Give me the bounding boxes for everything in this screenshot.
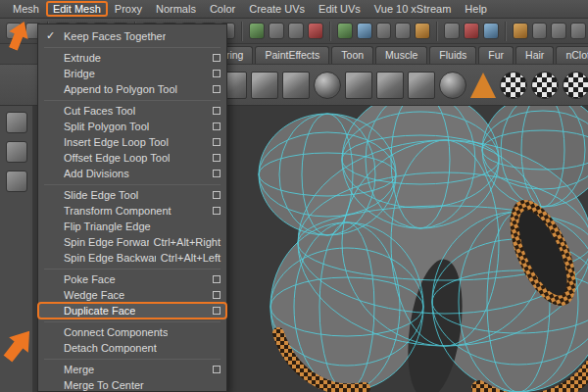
toolbar-icon[interactable] [337, 23, 353, 39]
menu-item-split-polygon-tool[interactable]: Split Polygon Tool [38, 119, 226, 134]
shelf-cube-icon[interactable] [282, 72, 310, 99]
shelf-tab-fluids[interactable]: Fluids [429, 46, 476, 64]
menu-item-label: Append to Polygon Tool [64, 83, 177, 95]
option-box-icon[interactable] [213, 122, 220, 130]
toolbar-icon[interactable] [288, 23, 304, 39]
menu-item-offset-edge-loop-tool[interactable]: Offset Edge Loop Tool [38, 150, 226, 166]
option-box-icon[interactable] [213, 366, 220, 373]
shelf-cube-icon[interactable] [251, 72, 278, 99]
menu-separator [44, 100, 220, 101]
menu-item-label: Duplicate Face [64, 305, 135, 317]
option-box-icon[interactable] [213, 154, 220, 162]
menu-item-label: Spin Edge Forward [64, 236, 149, 248]
menu-item-label: Connect Components [64, 326, 168, 338]
shelf-cube-icon[interactable] [408, 72, 435, 99]
menu-normals[interactable]: Normals [149, 2, 203, 16]
menu-item-extrude[interactable]: Extrude [38, 50, 226, 66]
shelf-sphere-icon[interactable] [439, 72, 466, 99]
option-box-icon[interactable] [213, 138, 220, 146]
tool-cube-icon[interactable] [6, 141, 27, 163]
shelf-cube-icon[interactable] [345, 72, 372, 99]
toolbar-icon[interactable] [269, 23, 284, 39]
toolbar-icon[interactable] [249, 23, 265, 39]
toolbar-icon[interactable] [308, 23, 323, 39]
shelf-tab-painteffects[interactable]: PaintEffects [255, 46, 329, 64]
toolbar-icon[interactable] [483, 23, 499, 39]
menu-item-bridge[interactable]: Bridge [38, 66, 226, 81]
option-box-icon[interactable] [213, 191, 220, 199]
option-box-icon[interactable] [213, 307, 220, 315]
menu-item-label: Bridge [64, 68, 95, 79]
menu-item-keep-faces-together[interactable]: ✓ Keep Faces Together [38, 28, 226, 44]
option-box-icon[interactable] [213, 275, 220, 283]
menu-item-spin-edge-forward[interactable]: Spin Edge Forward Ctrl+Alt+Right [38, 234, 226, 250]
toolbar-icon[interactable] [551, 23, 566, 39]
menu-item-add-divisions[interactable]: Add Divisions [38, 166, 226, 181]
menu-item-duplicate-face[interactable]: Duplicate Face [38, 303, 226, 318]
toolbar-icon[interactable] [532, 23, 548, 39]
menu-mesh[interactable]: Mesh [6, 2, 46, 16]
toolbar-icon[interactable] [570, 23, 586, 39]
option-box-icon[interactable] [213, 85, 220, 93]
shelf-tab-fur[interactable]: Fur [478, 46, 514, 64]
shelf-sphere-icon[interactable] [314, 72, 341, 99]
menu-color[interactable]: Color [203, 2, 242, 16]
shelf-checker-sphere-icon[interactable] [531, 72, 559, 99]
toolbar-icon[interactable] [415, 23, 430, 39]
shelf-tab-muscle[interactable]: Muscle [375, 46, 427, 64]
menu-item-wedge-face[interactable]: Wedge Face [38, 287, 226, 303]
menu-item-flip-triangle-edge[interactable]: Flip Triangle Edge [38, 219, 226, 234]
maya-window: Mesh Edit Mesh Proxy Normals Color Creat… [0, 0, 588, 392]
menu-item-merge[interactable]: Merge [38, 362, 226, 377]
menu-item-transform-component[interactable]: Transform Component [38, 203, 226, 219]
menu-item-poke-face[interactable]: Poke Face [38, 271, 226, 287]
menu-help[interactable]: Help [458, 2, 494, 16]
menu-edit-uvs[interactable]: Edit UVs [312, 2, 368, 16]
tool-cube-icon[interactable] [6, 112, 27, 133]
menu-separator [44, 184, 220, 185]
shelf-tab-ncloth[interactable]: nCloth [556, 46, 588, 64]
tool-grid-icon[interactable] [6, 171, 27, 192]
option-box-icon[interactable] [213, 170, 220, 177]
shelf-cone-icon[interactable] [470, 73, 496, 98]
menu-item-label: Merge [64, 364, 94, 375]
menu-item-label: Slide Edge Tool [64, 189, 138, 201]
option-box-icon[interactable] [213, 107, 220, 115]
toolbar-icon[interactable] [513, 23, 528, 39]
menu-item-label: Keep Faces Together [64, 30, 166, 42]
menu-proxy[interactable]: Proxy [108, 2, 149, 16]
toolbar-separator [329, 22, 331, 41]
menu-edit-mesh[interactable]: Edit Mesh [46, 1, 108, 17]
toolbar-icon[interactable] [357, 23, 372, 39]
option-box-icon[interactable] [213, 291, 220, 299]
menu-item-shortcut: Ctrl+Alt+Right [154, 236, 220, 248]
shelf-tab-hair[interactable]: Hair [515, 46, 554, 64]
menu-item-append-to-polygon-tool[interactable]: Append to Polygon Tool [38, 81, 226, 97]
menu-item-label: Poke Face [64, 273, 116, 285]
menu-vue-xstream[interactable]: Vue 10 xStream [368, 2, 458, 16]
menu-item-label: Detach Component [64, 342, 157, 354]
menu-item-slide-edge-tool[interactable]: Slide Edge Tool [38, 187, 226, 203]
shelf-tab-toon[interactable]: Toon [331, 46, 373, 64]
menu-item-label: Spin Edge Backward [64, 252, 156, 264]
shelf-cube-icon[interactable] [376, 72, 404, 99]
option-box-icon[interactable] [213, 54, 220, 62]
menu-item-cut-faces-tool[interactable]: Cut Faces Tool [38, 103, 226, 119]
toolbar-icon[interactable] [444, 23, 460, 39]
menu-item-label: Split Polygon Tool [64, 121, 149, 132]
shelf-checker-sphere-icon[interactable] [563, 72, 588, 99]
option-box-icon[interactable] [213, 70, 220, 77]
toolbar-icon[interactable] [395, 23, 411, 39]
option-box-icon[interactable] [213, 207, 220, 215]
toolbar-icon[interactable] [464, 23, 479, 39]
toolbar-icon[interactable] [376, 23, 392, 39]
menu-create-uvs[interactable]: Create UVs [242, 2, 312, 16]
menu-item-label: Wedge Face [64, 289, 124, 301]
shelf-checker-sphere-icon[interactable] [500, 72, 527, 99]
menu-item-merge-to-center[interactable]: Merge To Center [38, 377, 226, 392]
menu-item-detach-component[interactable]: Detach Component [38, 340, 226, 356]
menu-item-spin-edge-backward[interactable]: Spin Edge Backward Ctrl+Alt+Left [38, 250, 226, 266]
menu-item-connect-components[interactable]: Connect Components [38, 324, 226, 340]
menu-item-label: Transform Component [64, 205, 172, 217]
menu-item-insert-edge-loop-tool[interactable]: Insert Edge Loop Tool [38, 134, 226, 150]
